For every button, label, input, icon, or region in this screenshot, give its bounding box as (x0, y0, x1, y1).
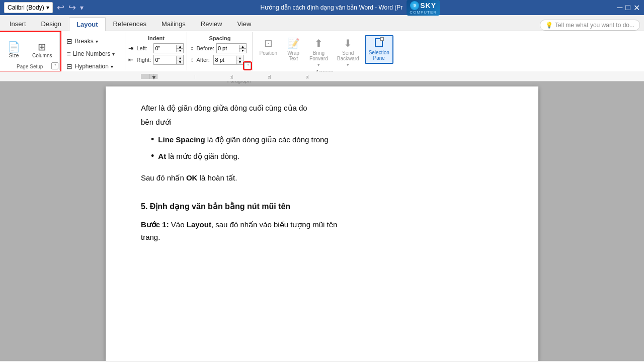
font-selector[interactable]: Calibri (Body) ▾ (4, 2, 53, 13)
document-area: After là độ giãn dòng giữa dòng cuối cùn… (0, 81, 644, 361)
spacing-after-input[interactable]: ▲ ▼ (213, 55, 244, 65)
bullet-dot-1: • (151, 132, 154, 147)
hyphenation-button[interactable]: ⊟ Hyphenation ▾ (63, 60, 122, 72)
indent-left-down[interactable]: ▼ (177, 49, 183, 52)
document-page: After là độ giãn dòng giữa dòng cuối cùn… (106, 86, 538, 361)
doc-line-2: bên dưới (141, 116, 508, 129)
position-button[interactable]: ⊡ Position (256, 35, 281, 58)
tell-me-bar[interactable]: 💡 Tell me what you want to do... (540, 20, 640, 31)
indent-right-input[interactable]: ▲ ▼ (153, 55, 184, 65)
wrap-text-button[interactable]: 📝 WrapText (283, 35, 304, 63)
tab-design[interactable]: Design (34, 17, 69, 31)
logo: S SKY COMPUTER (407, 0, 440, 16)
indent-right-down[interactable]: ▼ (177, 60, 183, 64)
minimize-button[interactable]: ─ (617, 3, 622, 13)
doc-line-1: After là độ giãn dòng giữa dòng cuối cùn… (141, 102, 508, 115)
breaks-button[interactable]: ⊟ Breaks ▾ (63, 35, 122, 47)
redo-icon[interactable]: ↪ (68, 2, 76, 13)
chevron-down-icon: ▾ (46, 4, 49, 11)
undo-icon[interactable]: ↩ (57, 2, 64, 13)
title-text: Hướng dẫn cách định dạng văn bản Word - … (261, 4, 403, 11)
tab-layout[interactable]: Layout (69, 17, 106, 31)
page-setup-dialog-launcher[interactable]: ⌝ (51, 62, 58, 69)
tab-mailings[interactable]: Mailings (154, 17, 193, 31)
step-1: Bước 1: Vào Layout, sau đó nhấn vào biểu… (141, 218, 508, 231)
main-toolbar: 📄 Size ⊞ Columns Page Setup ⌝ ⊟ Breaks ▾… (0, 31, 644, 71)
spacing-before-down[interactable]: ▼ (239, 49, 246, 52)
breaks-group: ⊟ Breaks ▾ ≡ Line Numbers ▾ ⊟ Hyphenatio… (60, 32, 125, 70)
indent-left-up[interactable]: ▲ (177, 45, 183, 49)
spacing-after-up[interactable]: ▲ (236, 56, 243, 60)
page-setup-group: 📄 Size ⊞ Columns Page Setup ⌝ (0, 32, 60, 70)
section-heading: 5. Định dạng văn bản bằng nút mũi tên (141, 200, 508, 213)
ok-paragraph: Sau đó nhấn OK là hoàn tất. (141, 171, 508, 185)
tab-references[interactable]: References (106, 17, 154, 31)
selection-pane-button[interactable]: SelectionPane (365, 35, 393, 64)
indent-marker: ▼ (151, 74, 157, 81)
lightbulb-icon: 💡 (545, 22, 553, 29)
title-bar: Calibri (Body) ▾ ↩ ↪ ▾ Hướng dẫn cách đị… (0, 0, 644, 15)
bullet-item-1: • Line Spacing là độ giãn dòng giữa các … (151, 132, 508, 147)
indent-right-up[interactable]: ▲ (177, 56, 183, 60)
indent-group: Indent ⇥ Left: ▲ ▼ ⇤ Right: ▲ (125, 32, 187, 70)
tab-view[interactable]: View (229, 17, 259, 31)
maximize-button[interactable]: □ (625, 3, 630, 13)
tab-bar: Insert Design Layout References Mailings… (0, 15, 644, 31)
spacing-after-down[interactable]: ▼ (236, 60, 243, 64)
send-backward-button[interactable]: ⬇ SendBackward ▾ (334, 35, 363, 69)
step-1-line2: trang. (141, 231, 508, 244)
close-button[interactable]: ✕ (633, 3, 640, 13)
bullet-item-2: • At là mức độ giãn dòng. (151, 149, 508, 163)
arrange-group: ⊡ Position 📝 WrapText ⬆ BringForward ▾ ⬇… (253, 32, 396, 70)
indent-left-input[interactable]: ▲ ▼ (153, 43, 184, 53)
tab-insert[interactable]: Insert (2, 17, 34, 31)
paragraph-dialog-launcher[interactable]: ⌝ (244, 62, 251, 69)
size-button[interactable]: 📄 Size (3, 38, 25, 61)
customize-icon[interactable]: ▾ (80, 4, 84, 12)
spacing-group: Spacing ↕ Before: ▲ ▼ ↕ After: (187, 32, 253, 70)
line-numbers-button[interactable]: ≡ Line Numbers ▾ (63, 48, 122, 60)
spacing-before-input[interactable]: ▲ ▼ (216, 43, 247, 53)
tab-review[interactable]: Review (193, 17, 230, 31)
ruler: │ 1 2 3 ▼ (0, 71, 644, 81)
bullet-dot-2: • (151, 149, 154, 163)
spacing-before-up[interactable]: ▲ (239, 45, 246, 49)
bring-forward-button[interactable]: ⬆ BringForward ▾ (306, 35, 332, 69)
columns-button[interactable]: ⊞ Columns (28, 38, 56, 61)
